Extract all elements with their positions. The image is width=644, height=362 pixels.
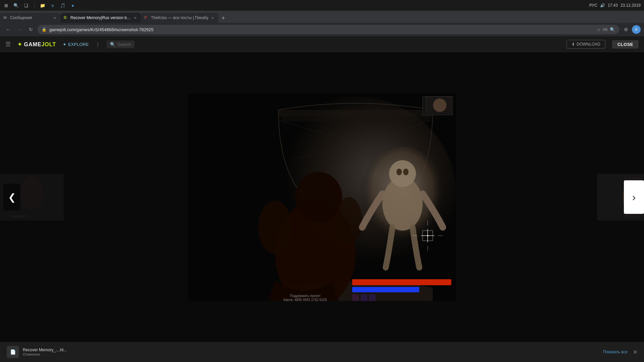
new-tab-button[interactable]: +	[218, 13, 228, 23]
gamejolt-header: ☰ ✦ GAMEJOLT ✦ EXPLORE ⋮ 🔍 Search	[0, 36, 644, 52]
tab-close-pikabu[interactable]: ✕	[210, 15, 215, 20]
svg-rect-30	[352, 279, 451, 285]
svg-rect-31	[352, 287, 419, 292]
logo-text: ✦ GAMEJOLT	[17, 41, 56, 48]
game-screenshot-svg: Поддержать проект Карта: 4890 4943 1762 …	[188, 93, 456, 301]
gamejolt-nav: ✦ EXPLORE ⋮	[63, 42, 100, 47]
taskbar: ⊞ 🔍 ❑ 📁 e 🎵 ● РУС 🔊 17:43 23.12.2019	[0, 0, 644, 11]
more-nav-item[interactable]: ⋮	[96, 42, 100, 47]
prev-arrow[interactable]: ❮	[3, 184, 20, 210]
download-bar-right: Показать все ✕	[600, 348, 637, 356]
taskbar-divider	[34, 2, 35, 9]
tab-gamejolt[interactable]: G Recover Memory|Rus version by... ✕	[60, 13, 141, 23]
svg-point-16	[335, 197, 362, 244]
search-bar[interactable]: 🔍 Search	[107, 41, 135, 48]
close-button[interactable]: CLOSE	[612, 40, 639, 49]
svg-rect-7	[278, 110, 433, 117]
clock-time: 17:43	[608, 3, 618, 8]
explorer-icon[interactable]: 📁	[39, 2, 46, 9]
browser-window: ✉ Сообщения ✕ G Recover Memory|Rus versi…	[0, 11, 644, 362]
download-button[interactable]: ⬇ DOWNLOAD	[567, 40, 605, 49]
language-indicator: РУС	[589, 3, 597, 8]
volume-icon: 🔊	[600, 3, 605, 8]
search-icon-gj: 🔍	[110, 42, 115, 47]
forward-button[interactable]: →	[15, 25, 24, 34]
download-icon: ⬇	[572, 42, 575, 47]
svg-point-41	[433, 99, 446, 112]
tab-messages[interactable]: ✉ Сообщения ✕	[0, 13, 60, 23]
download-filename: Recover Memory_....ht...	[23, 348, 594, 352]
explore-nav-item[interactable]: ✦ EXPLORE	[63, 42, 89, 47]
svg-text:Карта: 4890 4943 1762 6105: Карта: 4890 4943 1762 6105	[283, 298, 327, 301]
prev-arrow-icon: ❮	[8, 192, 16, 203]
search-placeholder: Search	[117, 42, 131, 47]
svg-point-21	[403, 169, 409, 175]
download-file-icon: 📄	[7, 346, 19, 358]
svg-rect-8	[282, 117, 429, 122]
explore-label: EXPLORE	[68, 42, 89, 47]
svg-rect-33	[361, 294, 367, 301]
svg-rect-32	[352, 294, 359, 301]
star-icon[interactable]: ☆	[597, 27, 601, 32]
download-item: 📄 Recover Memory_....ht... Отменено	[7, 346, 594, 358]
svg-point-15	[258, 200, 292, 254]
address-bar[interactable]: 🔒 gamejolt.com/games/KrS/454868#screensh…	[38, 25, 619, 34]
refresh-button[interactable]: ↻	[26, 25, 36, 34]
tab-title-gamejolt: Recover Memory|Rus version by...	[70, 15, 131, 20]
address-bar-icons: ☆ VK 🔍	[597, 27, 615, 32]
address-text: gamejolt.com/games/KrS/454868#screenshot…	[49, 27, 594, 32]
tab-pikabu[interactable]: P TheKriss — все посты | Пикабу ✕	[141, 13, 218, 23]
download-bar: 📄 Recover Memory_....ht... Отменено Пока…	[0, 342, 644, 362]
edge-icon[interactable]: e	[49, 2, 56, 9]
gamejolt-logo[interactable]: ✦ GAMEJOLT	[17, 41, 56, 48]
search-address-icon[interactable]: 🔍	[610, 27, 615, 32]
large-next-arrow[interactable]: ›	[624, 180, 644, 214]
back-button[interactable]: ←	[3, 25, 13, 34]
show-all-button[interactable]: Показать все	[600, 348, 630, 356]
download-info: Recover Memory_....ht... Отменено	[23, 348, 594, 356]
tab-favicon-pikabu: P	[144, 15, 149, 20]
main-screenshot: Поддержать проект Карта: 4890 4943 1762 …	[188, 93, 456, 301]
large-next-arrow-icon: ›	[632, 191, 636, 203]
tab-title-messages: Сообщения	[10, 15, 50, 20]
taskbar-app-icons: ⊞ 🔍 ❑ 📁 e 🎵 ●	[0, 2, 79, 9]
close-download-button[interactable]: ✕	[633, 349, 637, 355]
svg-text:Поддержать проект: Поддержать проект	[290, 294, 321, 298]
download-status: Отменено	[23, 352, 594, 356]
chrome-icon[interactable]: ●	[69, 2, 76, 9]
tab-favicon-gamejolt: G	[64, 15, 68, 20]
clock-date: 23.12.2019	[621, 3, 641, 8]
download-label: DOWNLOAD	[577, 42, 600, 47]
menu-icon[interactable]: ☰	[5, 41, 11, 48]
page-content: ☰ ✦ GAMEJOLT ✦ EXPLORE ⋮ 🔍 Search	[0, 36, 644, 362]
tab-close-gamejolt[interactable]: ✕	[133, 15, 138, 20]
svg-point-14	[295, 172, 342, 222]
svg-text:screenshot: screenshot	[10, 215, 25, 218]
extensions-icon[interactable]: ⚙	[621, 25, 631, 34]
screenshot-viewer: screenshot ❮	[0, 52, 644, 342]
omnibar-right: ⚙ A	[621, 25, 641, 34]
vk-icon[interactable]: VK	[603, 27, 608, 32]
tab-favicon-messages: ✉	[3, 15, 8, 20]
taskbar-right: РУС 🔊 17:43 23.12.2019	[589, 3, 644, 8]
search-icon[interactable]: 🔍	[13, 2, 19, 9]
lock-icon: 🔒	[42, 27, 47, 32]
svg-point-20	[396, 169, 402, 175]
tab-bar: ✉ Сообщения ✕ G Recover Memory|Rus versi…	[0, 11, 644, 23]
tab-close-messages[interactable]: ✕	[52, 15, 57, 20]
omnibar: ← → ↻ 🔒 gamejolt.com/games/KrS/454868#sc…	[0, 23, 644, 36]
explore-icon: ✦	[63, 42, 66, 47]
svg-point-25	[427, 235, 428, 236]
svg-rect-34	[369, 294, 376, 301]
taskview-icon[interactable]: ❑	[23, 2, 30, 9]
mini-thumbnail	[426, 97, 453, 113]
svg-point-19	[389, 160, 416, 187]
start-button[interactable]: ⊞	[3, 2, 9, 9]
tab-title-pikabu: TheKriss — все посты | Пикабу	[151, 15, 208, 20]
more-icon: ⋮	[96, 42, 100, 47]
profile-avatar[interactable]: A	[632, 25, 641, 34]
media-icon[interactable]: 🎵	[59, 2, 66, 9]
